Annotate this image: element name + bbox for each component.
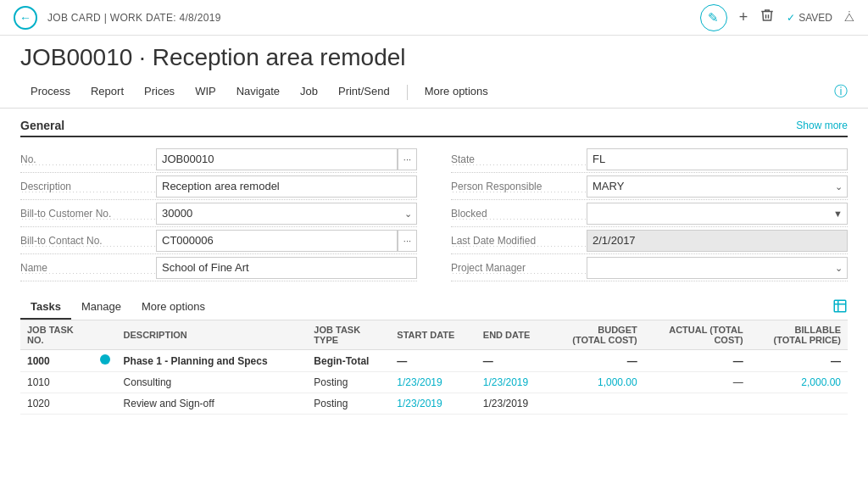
input-bill-to-contact[interactable]: [156, 230, 398, 252]
cell-description: Consulting: [117, 372, 308, 393]
th-end-date: END DATE: [476, 320, 549, 350]
nav-process[interactable]: Process: [20, 76, 81, 109]
edit-icon: ✎: [708, 10, 719, 25]
add-button[interactable]: +: [739, 8, 748, 26]
tasks-tab-actions: [832, 298, 848, 316]
label-state: State: [451, 153, 587, 165]
input-description[interactable]: [156, 175, 417, 198]
tab-tasks[interactable]: Tasks: [20, 295, 71, 320]
nav-wip[interactable]: WIP: [185, 76, 226, 109]
check-icon: ✓: [787, 12, 795, 24]
cell-actual: —: [644, 372, 750, 393]
show-more-button[interactable]: Show more: [796, 120, 848, 131]
value-person-responsible: MARY ⌄: [587, 175, 848, 198]
th-task-no: JOB TASKNO.: [20, 320, 93, 350]
saved-status: ✓ SAVED: [787, 12, 832, 24]
select-bill-to-customer[interactable]: 30000: [156, 203, 417, 225]
nav-navigate[interactable]: Navigate: [226, 76, 290, 109]
nav-print-send[interactable]: Print/Send: [328, 76, 400, 109]
nav-more-options[interactable]: More options: [415, 76, 498, 109]
select-project-manager[interactable]: [587, 257, 848, 279]
delete-button[interactable]: [760, 8, 775, 27]
label-project-manager: Project Manager: [451, 262, 587, 274]
page-title-area: JOB00010 · Reception area remodel: [0, 36, 868, 76]
cell-task-no: 1020: [20, 393, 93, 415]
no-lookup-button[interactable]: ···: [398, 148, 417, 170]
nav-divider: [407, 85, 408, 100]
cell-actual: —: [644, 350, 750, 372]
tasks-tab-bar: Tasks Manage More options: [20, 295, 848, 320]
fields-grid: No. ··· Description Bill-to Customer No.…: [20, 146, 848, 281]
label-description: Description: [20, 181, 156, 192]
top-bar-actions: ✎ + ✓ SAVED ⧊: [700, 4, 854, 31]
edit-button[interactable]: ✎: [700, 4, 727, 31]
field-description: Description: [20, 173, 417, 200]
value-blocked: ▼: [587, 203, 848, 225]
field-bill-to-customer: Bill-to Customer No. 30000 ⌄: [20, 200, 417, 227]
th-description: DESCRIPTION: [117, 320, 308, 350]
cell-billable: —: [750, 350, 848, 372]
nav-job[interactable]: Job: [290, 76, 328, 109]
back-button[interactable]: ←: [14, 6, 37, 30]
input-state[interactable]: [587, 148, 848, 170]
cell-start-date[interactable]: 1/23/2019: [390, 372, 476, 393]
field-person-responsible: Person Responsible MARY ⌄: [451, 173, 848, 200]
status-dot: [100, 354, 110, 365]
cell-start-date[interactable]: 1/23/2019: [390, 393, 476, 415]
label-name: Name: [20, 262, 156, 274]
section-header: General Show more: [20, 119, 848, 137]
cell-budget[interactable]: 1,000.00: [549, 372, 644, 393]
tab-manage[interactable]: Manage: [71, 295, 131, 320]
label-bill-to-customer: Bill-to Customer No.: [20, 208, 156, 220]
cell-billable: [750, 393, 848, 415]
table-row[interactable]: 1020 Review and Sign-off Posting 1/23/20…: [20, 393, 848, 415]
tab-more-options[interactable]: More options: [131, 295, 215, 320]
input-no[interactable]: [156, 148, 398, 170]
th-budget: BUDGET(TOTAL COST): [549, 320, 644, 350]
info-icon[interactable]: ⓘ: [834, 83, 848, 101]
cell-task-no: 1000: [20, 350, 93, 372]
th-task-type: JOB TASKTYPE: [307, 320, 390, 350]
expand-button[interactable]: ⧊: [844, 10, 854, 25]
contact-lookup-button[interactable]: ···: [398, 230, 417, 252]
cell-dot: [93, 350, 117, 372]
nav-report[interactable]: Report: [81, 76, 134, 109]
value-project-manager: ⌄: [587, 257, 848, 279]
th-billable: BILLABLE(TOTAL PRICE): [750, 320, 848, 350]
cell-end-date: 1/23/2019: [476, 393, 549, 415]
fields-right: State Person Responsible MARY ⌄ Blocked: [451, 146, 848, 281]
cell-actual: [644, 393, 750, 415]
cell-task-no: 1010: [20, 372, 93, 393]
table-row[interactable]: 1000 Phase 1 - Planning and Specs Begin-…: [20, 350, 848, 372]
value-bill-to-customer: 30000 ⌄: [156, 203, 417, 225]
cell-billable[interactable]: 2,000.00: [750, 372, 848, 393]
select-person-responsible[interactable]: MARY: [587, 175, 848, 198]
cell-description: Phase 1 - Planning and Specs: [117, 350, 308, 372]
label-bill-to-contact: Bill-to Contact No.: [20, 235, 156, 247]
th-dot: [93, 320, 117, 350]
select-blocked[interactable]: [587, 203, 848, 225]
cell-task-type: Begin-Total: [307, 350, 390, 372]
th-actual: ACTUAL (TOTALCOST): [644, 320, 750, 350]
field-state: State: [451, 146, 848, 173]
nav-prices[interactable]: Prices: [134, 76, 185, 109]
label-no: No.: [20, 153, 156, 165]
table-header-row: JOB TASKNO. DESCRIPTION JOB TASKTYPE STA…: [20, 320, 848, 350]
export-icon[interactable]: [832, 298, 848, 316]
svg-rect-0: [834, 300, 846, 312]
field-last-date-modified: Last Date Modified: [451, 227, 848, 254]
table-row[interactable]: 1010 Consulting Posting 1/23/2019 1/23/2…: [20, 372, 848, 393]
input-name[interactable]: [156, 257, 417, 279]
cell-end-date[interactable]: 1/23/2019: [476, 372, 549, 393]
value-no: ···: [156, 148, 417, 170]
value-bill-to-contact: ···: [156, 230, 417, 252]
tasks-section: Tasks Manage More options JOB TASKNO. DE…: [0, 288, 868, 415]
value-last-date-modified: [587, 230, 848, 252]
th-start-date: START DATE: [390, 320, 476, 350]
cell-budget: [549, 393, 644, 415]
cell-description: Review and Sign-off: [117, 393, 308, 415]
top-bar: ← JOB CARD | WORK DATE: 4/8/2019 ✎ + ✓ S…: [0, 0, 868, 36]
tasks-table: JOB TASKNO. DESCRIPTION JOB TASKTYPE STA…: [20, 320, 848, 415]
section-title: General: [20, 119, 64, 132]
fields-left: No. ··· Description Bill-to Customer No.…: [20, 146, 417, 281]
